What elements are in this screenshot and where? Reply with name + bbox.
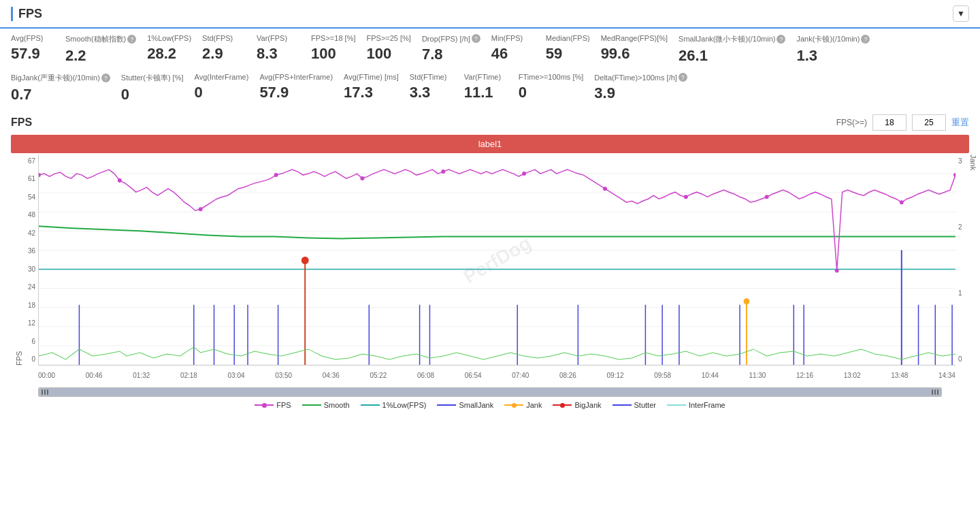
metric-value: 17.3: [344, 84, 373, 101]
svg-point-45: [684, 195, 688, 199]
metric-item: FTime>=100ms [%]0: [519, 73, 595, 101]
info-icon[interactable]: ?: [101, 74, 110, 82]
metric-item: FPS>=18 [%]100: [311, 34, 366, 63]
chart-container: 67 61 54 48 42 36 30 24 18 12 6 0 PerfDo…: [11, 155, 969, 386]
legend-item: Stutter: [612, 401, 656, 409]
legend-label: InterFrame: [689, 401, 725, 409]
grip-line: [937, 389, 938, 395]
grip-line: [932, 389, 933, 395]
metric-item: Avg(FTime) [ms]17.3: [344, 73, 410, 101]
svg-point-39: [199, 207, 203, 211]
page-title: FPS: [11, 7, 42, 21]
grip-line: [47, 389, 48, 395]
metric-label: Var(FPS): [257, 34, 287, 42]
fps-threshold-input-2[interactable]: [912, 114, 946, 131]
legend-item: InterFrame: [667, 401, 725, 409]
svg-point-48: [900, 200, 904, 204]
dropdown-button[interactable]: ▼: [953, 5, 969, 22]
legend-item: SmallJank: [437, 401, 493, 409]
metric-item: Median(FPS)59: [546, 34, 601, 63]
scrollbar-track[interactable]: [39, 388, 941, 396]
metric-label: FTime>=100ms [%]: [519, 73, 584, 81]
metric-value: 46: [491, 45, 508, 63]
metric-value: 100: [311, 45, 336, 63]
svg-point-41: [360, 176, 364, 180]
svg-point-40: [274, 173, 278, 177]
metric-label: Std(FPS): [202, 34, 233, 42]
metric-value: 57.9: [11, 45, 40, 63]
scrollbar-right-grip[interactable]: [932, 389, 938, 395]
legend-item: 1%Low(FPS): [361, 401, 427, 409]
info-icon[interactable]: ?: [679, 73, 687, 82]
metric-value: 8.3: [257, 45, 278, 63]
metric-value: 100: [366, 45, 391, 63]
metric-item: Delta(FTime)>100ms [/h]?3.9: [594, 73, 698, 102]
metric-label: Smooth(稳帧指数)?: [65, 34, 136, 44]
metric-label: Avg(FTime) [ms]: [344, 73, 399, 81]
grip-line: [934, 389, 936, 395]
metrics-row-2: BigJank(严重卡顿)(/10min)?0.7Stutter(卡顿率) [%…: [11, 73, 969, 103]
metric-item: BigJank(严重卡顿)(/10min)?0.7: [11, 73, 121, 103]
legend-line: [437, 404, 456, 406]
info-icon[interactable]: ?: [861, 35, 870, 44]
metric-item: MedRange(FPS)[%]99.6: [601, 34, 679, 63]
fps-controls: FPS(>=) 重置: [836, 114, 969, 131]
y-axis-left-label: FPS: [15, 155, 23, 366]
chart-legend: FPSSmooth1%Low(FPS)SmallJankJankBigJankS…: [11, 398, 969, 412]
svg-point-44: [603, 187, 607, 191]
legend-line: [612, 404, 632, 406]
metric-value: 28.2: [147, 45, 176, 63]
metric-item: Var(FPS)8.3: [257, 34, 311, 63]
metric-label: FPS>=18 [%]: [311, 34, 355, 42]
chart-scrollbar[interactable]: [38, 387, 942, 397]
legend-item: BigJank: [553, 401, 601, 409]
legend-label: Smooth: [324, 401, 350, 409]
scrollbar-left-grip[interactable]: [42, 389, 48, 395]
metric-item: 1%Low(FPS)28.2: [147, 34, 202, 63]
metric-item: Var(FTime)11.1: [464, 73, 519, 101]
svg-point-43: [522, 172, 526, 176]
legend-label: FPS: [276, 401, 291, 409]
metric-item: Avg(FPS)57.9: [11, 34, 65, 63]
svg-point-46: [765, 195, 769, 199]
metric-value: 0: [195, 84, 203, 101]
metric-label: Drop(FPS) [/h]?: [422, 34, 480, 43]
metric-label: Avg(FPS+InterFrame): [259, 73, 333, 81]
y-axis-right: 3 2 1 0: [956, 155, 969, 366]
fps-chart-section: FPS FPS(>=) 重置 label1 67 61 54 48 42 36 …: [0, 112, 980, 415]
metrics-row-1: Avg(FPS)57.9Smooth(稳帧指数)?2.21%Low(FPS)28…: [11, 34, 969, 65]
legend-dot: [560, 403, 565, 408]
metric-value: 11.1: [464, 84, 493, 101]
metric-label: Median(FPS): [546, 34, 590, 42]
legend-item: Smooth: [302, 401, 350, 409]
info-icon[interactable]: ?: [777, 35, 785, 44]
metric-value: 1.3: [796, 47, 817, 65]
metric-label: Std(FTime): [410, 73, 447, 81]
legend-item: Jank: [504, 401, 542, 409]
legend-label: BigJank: [574, 401, 601, 409]
legend-line: [667, 404, 686, 406]
metric-label: Min(FPS): [491, 34, 523, 42]
fps-threshold-input-1[interactable]: [872, 114, 906, 131]
info-icon[interactable]: ?: [472, 34, 480, 43]
metrics-section-2: BigJank(严重卡顿)(/10min)?0.7Stutter(卡顿率) [%…: [0, 73, 980, 112]
metric-item: Drop(FPS) [/h]?7.8: [422, 34, 491, 63]
metric-label: SmallJank(微小卡顿)(/10min)?: [679, 34, 785, 44]
metric-item: Std(FTime)3.3: [410, 73, 464, 101]
legend-dot: [512, 403, 517, 408]
metric-label: Jank(卡顿)(/10min)?: [796, 34, 870, 44]
metric-item: Avg(FPS+InterFrame)57.9: [259, 73, 344, 101]
fps-chart-title: FPS: [11, 116, 32, 129]
info-icon[interactable]: ?: [127, 35, 136, 44]
metric-value: 2.9: [202, 45, 223, 63]
metric-value: 57.9: [259, 84, 289, 101]
svg-point-50: [744, 299, 749, 304]
chart-svg-area: PerfDog: [38, 155, 956, 366]
reset-button[interactable]: 重置: [951, 116, 969, 129]
metric-value: 7.8: [422, 46, 443, 63]
legend-line: [553, 404, 572, 406]
chart-svg: [39, 155, 956, 365]
legend-label: SmallJank: [459, 401, 493, 409]
metric-item: Smooth(稳帧指数)?2.2: [65, 34, 147, 65]
metric-item: FPS>=25 [%]100: [366, 34, 421, 63]
